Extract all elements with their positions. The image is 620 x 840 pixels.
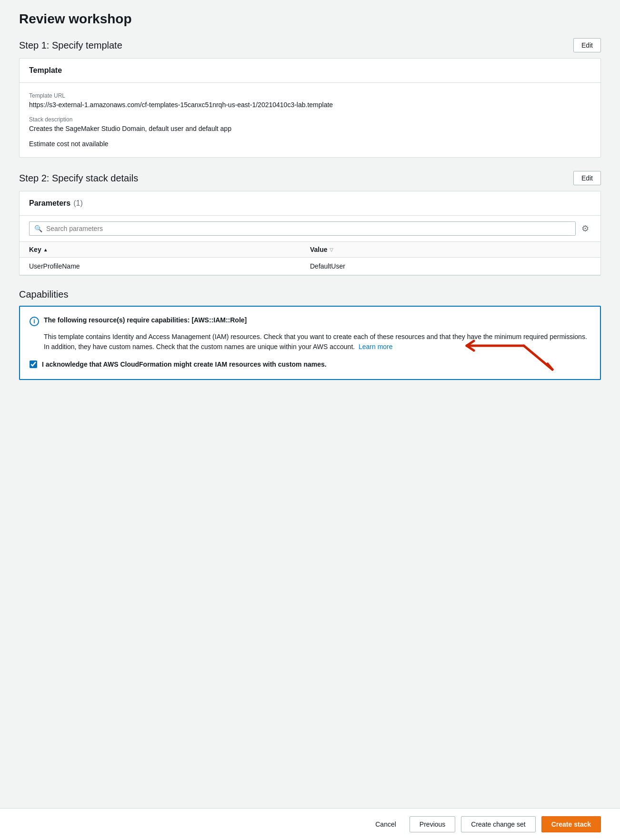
estimate-cost: Estimate cost not available <box>29 140 591 148</box>
step1-header: Step 1: Specify template Edit <box>19 38 601 52</box>
search-icon: 🔍 <box>34 225 42 232</box>
create-stack-button[interactable]: Create stack <box>541 816 601 832</box>
template-card: Template Template URL https://s3-externa… <box>19 58 601 158</box>
iam-checkbox-label: I acknowledge that AWS CloudFormation mi… <box>42 360 327 370</box>
step1-title: Step 1: Specify template <box>19 40 122 51</box>
parameters-title: Parameters <box>29 199 70 208</box>
parameters-count: (1) <box>73 199 83 208</box>
parameters-search-row: 🔍 ⚙ <box>20 216 600 242</box>
create-change-set-button[interactable]: Create change set <box>461 816 535 832</box>
step1-edit-button[interactable]: Edit <box>573 38 601 52</box>
sort-desc-icon: ▽ <box>330 247 333 252</box>
capabilities-card: i The following resource(s) require capa… <box>19 306 601 380</box>
table-row: UserProfileName DefaultUser <box>20 258 600 275</box>
stack-description-value: Creates the SageMaker Studio Domain, def… <box>29 125 591 132</box>
step2-title: Step 2: Specify stack details <box>19 173 138 184</box>
capability-alert-body: This template contains Identity and Acce… <box>44 332 590 352</box>
parameters-card: Parameters (1) 🔍 ⚙ Key ▲ Value ▽ UserPro… <box>19 191 601 276</box>
step2-edit-button[interactable]: Edit <box>573 171 601 185</box>
parameters-header: Parameters (1) <box>20 191 600 216</box>
step2-header: Step 2: Specify stack details Edit <box>19 171 601 185</box>
column-value-header: Value ▽ <box>310 246 591 253</box>
previous-button[interactable]: Previous <box>410 816 455 832</box>
row-value: DefaultUser <box>310 262 591 270</box>
capabilities-section: Capabilities i The following resource(s)… <box>19 289 601 380</box>
iam-checkbox[interactable] <box>30 360 37 368</box>
search-input-wrapper[interactable]: 🔍 <box>29 221 576 236</box>
template-card-header: Template <box>20 59 600 83</box>
info-icon: i <box>30 317 39 326</box>
footer: Cancel Previous Create change set Create… <box>0 808 620 840</box>
learn-more-link[interactable]: Learn more <box>359 343 393 350</box>
sort-asc-icon: ▲ <box>43 247 48 252</box>
template-url-value: https://s3-external-1.amazonaws.com/cf-t… <box>29 101 591 109</box>
stack-description-label: Stack description <box>29 116 591 123</box>
template-url-label: Template URL <box>29 92 591 99</box>
column-key-header: Key ▲ <box>29 246 310 253</box>
template-card-title: Template <box>29 66 62 74</box>
page-title: Review workshop <box>19 11 601 27</box>
table-header-row: Key ▲ Value ▽ <box>20 242 600 258</box>
cancel-button[interactable]: Cancel <box>368 817 404 832</box>
capability-alert-title: The following resource(s) require capabi… <box>44 316 247 324</box>
checkbox-row: I acknowledge that AWS CloudFormation mi… <box>30 360 590 370</box>
gear-icon-button[interactable]: ⚙ <box>580 221 591 236</box>
capabilities-title: Capabilities <box>19 289 601 300</box>
template-card-body: Template URL https://s3-external-1.amazo… <box>20 83 600 157</box>
search-input[interactable] <box>46 225 570 232</box>
capability-alert: i The following resource(s) require capa… <box>30 316 590 326</box>
row-key: UserProfileName <box>29 262 310 270</box>
